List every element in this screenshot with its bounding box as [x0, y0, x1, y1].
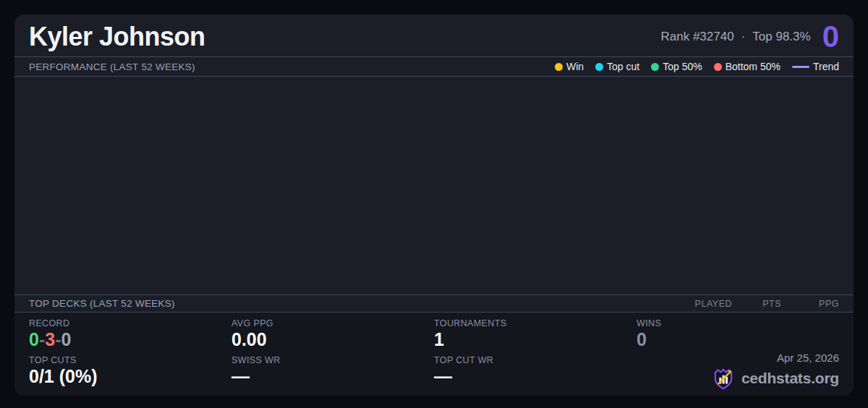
stat-label: WINS [637, 318, 839, 328]
brand-link[interactable]: cedhstats.org [711, 366, 839, 391]
stat-avg-ppg: AVG PPG 0.00 [231, 318, 434, 350]
legend-label: Bottom 50% [726, 61, 780, 72]
stat-wins: WINS 0 [637, 318, 839, 350]
stat-top-cuts: TOP CUTS 0/1 (0%) [29, 355, 231, 387]
wins-value: 0 [637, 330, 839, 350]
brand-block: Apr 25, 2026 cedhstats.org [711, 352, 839, 391]
stat-label: TOP CUTS [29, 355, 231, 365]
top-decks-header-row: TOP DECKS (LAST 52 WEEKS) PLAYED PTS PPG [14, 294, 854, 313]
top-cuts-value: 0/1 (0%) [29, 367, 231, 387]
stat-label: TOP CUT WR [434, 355, 637, 365]
stat-tournaments: TOURNAMENTS 1 [434, 318, 637, 350]
record-wins: 0 [29, 329, 39, 349]
stat-swiss-wr: SWISS WR — [231, 355, 434, 387]
card-header: Kyler Johnson Rank #32740 · Top 98.3% 0 [14, 14, 854, 57]
rank-group: Rank #32740 · Top 98.3% 0 [660, 22, 839, 52]
stats-band: RECORD 0-3-0 AVG PPG 0.00 TOURNAMENTS 1 … [14, 313, 854, 396]
legend-item-win: Win [555, 61, 584, 72]
record-draws: 0 [61, 329, 71, 349]
site-name: cedhstats.org [741, 370, 839, 387]
top-decks-columns: PLAYED PTS PPG [671, 299, 839, 309]
legend-item-topcut: Top cut [595, 61, 639, 72]
stat-record: RECORD 0-3-0 [29, 318, 231, 350]
chart-legend: Win Top cut Top 50% Bottom 50% Trend [555, 61, 839, 72]
legend-item-trend: Trend [792, 61, 839, 72]
win-dot-icon [555, 63, 563, 71]
player-name: Kyler Johnson [29, 22, 205, 52]
performance-header-row: PERFORMANCE (LAST 52 WEEKS) Win Top cut … [14, 57, 854, 77]
legend-item-top50: Top 50% [651, 61, 702, 72]
top50-dot-icon [651, 63, 659, 71]
column-header-played: PLAYED [671, 299, 732, 309]
legend-label: Win [566, 61, 584, 72]
legend-item-bottom50: Bottom 50% [714, 61, 780, 72]
rank-separator: · [741, 30, 746, 44]
top-decks-section-label: TOP DECKS (LAST 52 WEEKS) [29, 298, 175, 309]
cedhstats-shield-logo-icon [711, 366, 736, 391]
swiss-wr-value: — [231, 367, 434, 387]
trend-line-icon [792, 66, 809, 68]
tournaments-value: 1 [434, 330, 637, 350]
performance-section-label: PERFORMANCE (LAST 52 WEEKS) [29, 61, 195, 72]
performance-chart-area [14, 77, 854, 294]
rank-label: Rank #32740 [660, 30, 733, 44]
player-stats-card: Kyler Johnson Rank #32740 · Top 98.3% 0 … [14, 14, 854, 396]
column-header-ppg: PPG [781, 299, 839, 309]
column-header-pts: PTS [732, 299, 781, 309]
stat-label: SWISS WR [231, 355, 434, 365]
top-cut-wr-value: — [434, 367, 637, 387]
top-percent-label: Top 98.3% [752, 30, 810, 44]
avg-ppg-value: 0.00 [231, 330, 434, 350]
legend-label: Trend [813, 61, 839, 72]
record-losses: 3 [45, 329, 55, 349]
points-value: 0 [822, 22, 839, 52]
stat-label: RECORD [29, 318, 231, 328]
legend-label: Top cut [607, 61, 639, 72]
stat-label: AVG PPG [231, 318, 434, 328]
topcut-dot-icon [595, 63, 603, 71]
record-separator: - [39, 329, 45, 349]
legend-label: Top 50% [663, 61, 702, 72]
card-date: Apr 25, 2026 [711, 352, 839, 364]
stat-label: TOURNAMENTS [434, 318, 637, 328]
bottom50-dot-icon [714, 63, 722, 71]
record-value: 0-3-0 [29, 330, 231, 350]
stat-top-cut-wr: TOP CUT WR — [434, 355, 637, 387]
